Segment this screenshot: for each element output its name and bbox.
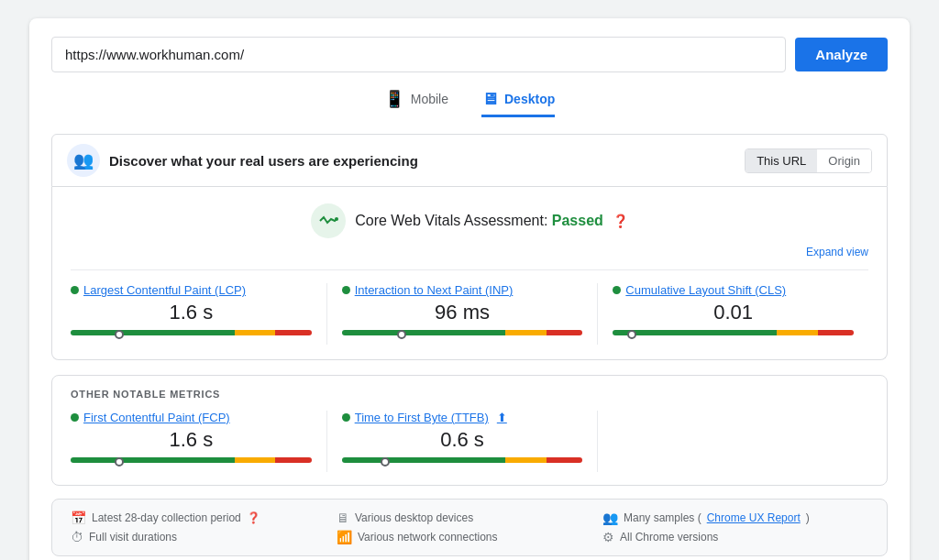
footer-col-3: 👥 Many samples ( Chrome UX Report ) ⚙ Al… — [602, 511, 868, 544]
cls-bar — [613, 330, 854, 335]
cls-bar-yellow — [777, 330, 818, 335]
real-users-banner: 👥 Discover what your real users are expe… — [51, 134, 888, 187]
inp-value: 96 ms — [342, 301, 583, 324]
inp-bar-green — [342, 330, 506, 335]
footer-info: 📅 Latest 28-day collection period ❓ ⏱ Fu… — [51, 499, 888, 556]
tab-mobile[interactable]: 📱 Mobile — [384, 89, 448, 117]
lcp-value: 1.6 s — [71, 301, 312, 324]
footer-col-1: 📅 Latest 28-day collection period ❓ ⏱ Fu… — [71, 511, 337, 544]
ttfb-value: 0.6 s — [342, 428, 583, 452]
lcp-bar-yellow — [235, 330, 276, 335]
inp-bar-red — [547, 330, 582, 335]
footer-item-fullvisit: ⏱ Full visit durations — [71, 530, 337, 544]
fcp-name[interactable]: First Contentful Paint (FCP) — [71, 411, 312, 424]
cwv-title: Core Web Vitals Assessment: Passed — [355, 213, 603, 229]
ttfb-name[interactable]: Time to First Byte (TTFB) ⬆ — [342, 411, 583, 424]
analyze-button[interactable]: Analyze — [795, 38, 888, 71]
footer-col-2: 🖥 Various desktop devices 📶 Various netw… — [337, 511, 602, 544]
cls-bar-green — [613, 330, 777, 335]
footer-item-samples: 👥 Many samples ( Chrome UX Report ) — [602, 511, 868, 525]
cwv-metrics-row: Largest Contentful Paint (LCP) 1.6 s Int… — [71, 269, 868, 345]
lcp-name[interactable]: Largest Contentful Paint (LCP) — [71, 283, 312, 297]
fcp-bar-yellow — [235, 457, 276, 463]
people-icon: 👥 — [602, 511, 618, 525]
expand-view[interactable]: Expand view — [71, 246, 868, 258]
vitals-card: Core Web Vitals Assessment: Passed ❓ Exp… — [51, 187, 888, 360]
fcp-bar-green — [71, 457, 235, 463]
metric-lcp: Largest Contentful Paint (LCP) 1.6 s — [71, 283, 327, 345]
chrome-icon: ⚙ — [602, 530, 614, 544]
cls-bar-marker — [627, 330, 636, 339]
footer-item-network: 📶 Various network connections — [337, 530, 602, 544]
desktop-icon: 🖥 — [481, 90, 498, 109]
real-users-left: 👥 Discover what your real users are expe… — [67, 144, 418, 177]
inp-dot — [342, 286, 350, 294]
desktop-devices-icon: 🖥 — [337, 511, 349, 525]
chrome-ux-report-link[interactable]: Chrome UX Report — [707, 511, 801, 524]
lcp-bar-red — [275, 330, 311, 335]
svg-point-0 — [335, 217, 338, 221]
lcp-bar-green — [71, 330, 235, 335]
footer-item-chrome-versions: ⚙ All Chrome versions — [602, 530, 868, 544]
origin-toggle[interactable]: Origin — [817, 149, 871, 172]
footer-help-icon-1[interactable]: ❓ — [247, 511, 260, 524]
lcp-bar-marker — [115, 330, 124, 339]
metric-ttfb: Time to First Byte (TTFB) ⬆ 0.6 s — [327, 411, 599, 472]
metric-fcp: First Contentful Paint (FCP) 1.6 s — [71, 411, 327, 472]
fcp-bar-red — [275, 457, 311, 463]
mobile-icon: 📱 — [384, 89, 404, 109]
metric-empty-1 — [598, 411, 868, 472]
inp-bar-marker — [397, 330, 406, 339]
fcp-bar — [71, 457, 312, 463]
search-row: Analyze — [51, 37, 888, 72]
device-tabs: 📱 Mobile 🖥 Desktop — [51, 89, 888, 117]
fcp-dot — [71, 413, 79, 422]
footer-item-28day: 📅 Latest 28-day collection period ❓ — [71, 511, 337, 525]
cls-value: 0.01 — [613, 301, 854, 324]
this-url-toggle[interactable]: This URL — [746, 149, 817, 172]
ttfb-bar-green — [342, 457, 506, 463]
lcp-dot — [71, 286, 79, 294]
footer-item-desktop-devices: 🖥 Various desktop devices — [337, 511, 602, 525]
ttfb-bar — [342, 457, 583, 463]
users-icon: 👥 — [67, 144, 100, 177]
metric-cls: Cumulative Layout Shift (CLS) 0.01 — [598, 283, 868, 345]
main-container: Analyze 📱 Mobile 🖥 Desktop 👥 Discover wh… — [29, 18, 910, 560]
cwv-header: Core Web Vitals Assessment: Passed ❓ — [71, 203, 868, 238]
ttfb-bar-marker — [381, 457, 390, 467]
cwv-status: Passed — [552, 213, 603, 228]
ttfb-bar-red — [547, 457, 582, 463]
ttfb-bar-yellow — [505, 457, 547, 463]
inp-name[interactable]: Interaction to Next Paint (INP) — [342, 283, 583, 297]
fcp-bar-marker — [115, 457, 124, 467]
metric-inp: Interaction to Next Paint (INP) 96 ms — [327, 283, 599, 345]
other-metrics-row: First Contentful Paint (FCP) 1.6 s Time … — [71, 411, 868, 472]
cls-name[interactable]: Cumulative Layout Shift (CLS) — [613, 283, 854, 297]
ttfb-flag-icon: ⬆ — [497, 411, 507, 424]
inp-bar — [342, 330, 583, 335]
real-users-text: Discover what your real users are experi… — [109, 153, 418, 169]
cls-dot — [613, 286, 621, 294]
other-label: OTHER NOTABLE METRICS — [71, 389, 868, 400]
ttfb-dot — [342, 413, 350, 422]
lcp-bar — [71, 330, 312, 335]
calendar-icon: 📅 — [71, 511, 86, 525]
url-input[interactable] — [51, 37, 786, 72]
tab-desktop[interactable]: 🖥 Desktop — [481, 89, 555, 117]
cls-bar-red — [818, 330, 854, 335]
cwv-icon — [311, 203, 346, 238]
inp-bar-yellow — [505, 330, 547, 335]
url-origin-toggle: This URL Origin — [745, 148, 872, 173]
other-section: OTHER NOTABLE METRICS First Contentful P… — [51, 375, 888, 486]
fcp-value: 1.6 s — [71, 428, 312, 452]
timer-icon: ⏱ — [71, 530, 83, 544]
tab-mobile-label: Mobile — [411, 92, 448, 106]
wifi-icon: 📶 — [337, 530, 352, 544]
cwv-help-icon[interactable]: ❓ — [613, 214, 628, 228]
tab-desktop-label: Desktop — [504, 92, 555, 106]
